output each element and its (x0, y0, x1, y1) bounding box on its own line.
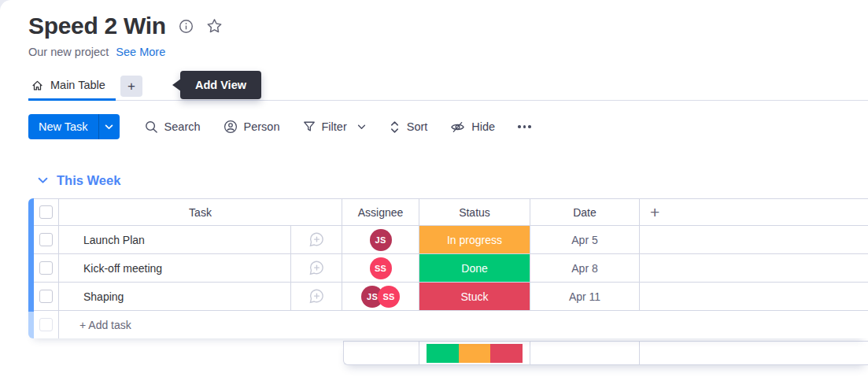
task-name[interactable]: Shaping (59, 283, 291, 310)
board-header: Speed 2 Win Our new project See More (28, 13, 223, 58)
status-cell[interactable]: In progress (419, 226, 530, 253)
window-corner (0, 0, 13, 13)
row-checkbox-cell (34, 254, 59, 282)
assignee-cell[interactable]: JS (342, 226, 419, 253)
group-title[interactable]: This Week (57, 173, 120, 188)
board-page: Speed 2 Win Our new project See More (0, 0, 868, 388)
person-label: Person (244, 120, 280, 133)
add-update-button[interactable] (291, 254, 342, 282)
group-color-bar (28, 198, 34, 312)
ellipsis-icon (518, 125, 521, 128)
search-label: Search (164, 120, 201, 133)
add-column-button[interactable]: + (640, 199, 868, 225)
avatar[interactable]: SS (378, 286, 400, 308)
row-checkbox[interactable] (39, 290, 53, 303)
ellipsis-icon (528, 125, 531, 128)
add-view-tooltip: Add View (180, 71, 261, 99)
group-summary-row (343, 341, 868, 365)
column-header-date[interactable]: Date (530, 199, 640, 225)
hide-button[interactable]: Hide (444, 116, 501, 139)
summary-empty-cell (640, 342, 868, 364)
hide-label: Hide (471, 120, 495, 133)
home-icon (31, 79, 44, 92)
new-task-dropdown[interactable] (98, 114, 120, 139)
new-task-button[interactable]: New Task (28, 114, 120, 139)
add-view-button[interactable]: + (120, 76, 142, 97)
empty-cell (640, 254, 868, 282)
date-cell[interactable]: Apr 11 (530, 283, 640, 310)
sort-icon (389, 120, 401, 134)
person-icon (223, 120, 238, 134)
add-update-button[interactable] (291, 283, 342, 310)
table-row: Launch Plan JS In progress Apr 5 (34, 226, 868, 254)
row-checkbox-disabled (39, 318, 53, 331)
empty-cell (640, 226, 868, 253)
date-cell[interactable]: Apr 5 (530, 226, 640, 253)
table-row: Kick-off meeting SS Done Apr 8 (34, 254, 868, 283)
task-name[interactable]: Launch Plan (59, 226, 291, 253)
status-segment-in-progress[interactable] (459, 344, 491, 363)
board-table: Task Assignee Status Date + Launch Plan … (28, 198, 868, 338)
table-header-row: Task Assignee Status Date + (34, 198, 868, 226)
assignee-cell[interactable]: SS (342, 254, 419, 282)
avatar[interactable]: JS (370, 229, 392, 251)
task-name[interactable]: Kick-off meeting (59, 254, 291, 282)
avatar[interactable]: SS (370, 257, 392, 279)
see-more-link[interactable]: See More (116, 46, 165, 58)
sort-label: Sort (407, 120, 428, 133)
tab-main-table[interactable]: Main Table (28, 72, 116, 101)
tooltip-text: Add View (195, 79, 246, 91)
row-checkbox[interactable] (39, 233, 53, 246)
star-icon[interactable] (206, 18, 223, 35)
group-this-week: This Week Task Assignee Status Date + La… (28, 171, 868, 365)
add-task-button[interactable]: + Add task (59, 311, 868, 338)
eye-slash-icon (450, 120, 465, 134)
ellipsis-icon (523, 125, 526, 128)
summary-status-cell[interactable] (419, 342, 530, 364)
view-tabs-bar: Main Table + Add View (28, 72, 868, 101)
status-cell[interactable]: Done (419, 254, 530, 282)
person-filter-button[interactable]: Person (217, 115, 286, 139)
search-button[interactable]: Search (139, 116, 207, 139)
status-distribution-bar[interactable] (427, 344, 523, 363)
summary-assignee-cell (344, 342, 419, 364)
group-color-bar-faded (28, 312, 34, 338)
select-all-checkbox[interactable] (39, 205, 53, 219)
tooltip-arrow (172, 79, 181, 91)
assignee-cell[interactable]: JS SS (342, 283, 419, 310)
more-options-button[interactable] (512, 120, 537, 133)
board-description: Our new project (28, 46, 109, 58)
summary-date-cell (530, 342, 640, 364)
group-header[interactable]: This Week (38, 171, 868, 190)
sort-button[interactable]: Sort (382, 116, 434, 139)
add-update-button[interactable] (291, 226, 342, 253)
status-segment-stuck[interactable] (490, 344, 523, 363)
status-segment-done[interactable] (427, 344, 459, 363)
table-row: Shaping JS SS Stuck Apr 11 (34, 283, 868, 311)
filter-button[interactable]: Filter (297, 116, 372, 138)
row-checkbox-cell (34, 311, 59, 338)
chevron-down-icon[interactable] (357, 124, 366, 130)
filter-label: Filter (322, 120, 347, 133)
row-checkbox-cell (34, 226, 59, 253)
tab-label: Main Table (50, 79, 105, 91)
search-icon (145, 120, 158, 134)
board-toolbar: New Task Search Person Filter (28, 114, 537, 139)
row-checkbox[interactable] (39, 261, 53, 275)
filter-icon (303, 120, 316, 133)
column-header-task[interactable]: Task (59, 199, 342, 225)
status-cell[interactable]: Stuck (419, 283, 530, 310)
date-cell[interactable]: Apr 8 (530, 254, 640, 282)
column-header-status[interactable]: Status (419, 199, 530, 225)
info-icon[interactable] (179, 19, 194, 34)
page-title: Speed 2 Win (28, 13, 166, 39)
row-checkbox-cell (34, 283, 59, 310)
empty-cell (640, 283, 868, 310)
collapse-group-icon[interactable] (38, 177, 48, 184)
column-header-assignee[interactable]: Assignee (342, 199, 419, 225)
add-task-row: + Add task (34, 311, 868, 338)
select-all-cell (34, 199, 59, 225)
new-task-label[interactable]: New Task (28, 114, 98, 139)
